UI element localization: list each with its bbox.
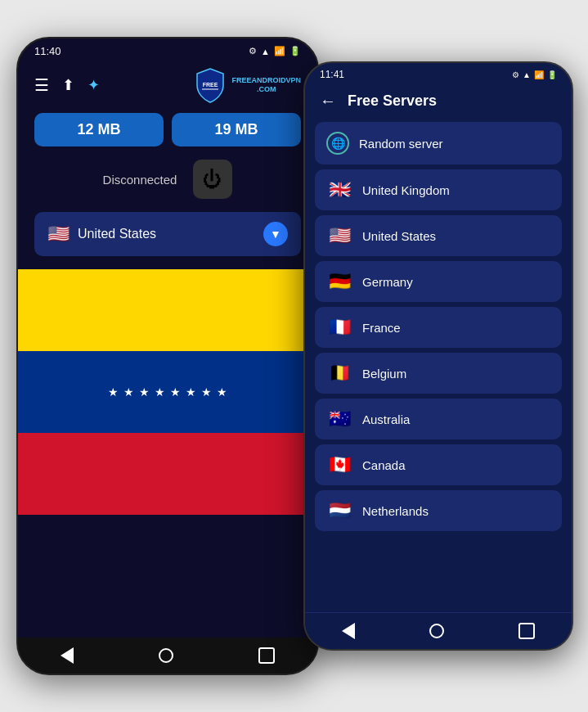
venezuela-flag: ★ ★ ★ ★ ★ ★ ★ ★	[18, 269, 317, 515]
server-list-title: Free Servers	[348, 92, 437, 110]
share-icon[interactable]: ⬆	[62, 76, 74, 94]
server-flag: 🇬🇧	[326, 179, 352, 201]
back-button-right[interactable]	[342, 623, 355, 639]
flag-stripe-red	[18, 433, 317, 515]
server-name: France	[362, 321, 401, 335]
svg-text:FREE: FREE	[203, 82, 218, 88]
battery-icon-right: 🔋	[547, 70, 557, 79]
list-item[interactable]: 🇧🇪 Belgium	[315, 353, 562, 394]
header-icons: ☰ ⬆ ✦	[34, 75, 100, 95]
server-header: ← Free Servers	[305, 83, 572, 122]
server-flag: 🇩🇪	[326, 271, 352, 292]
signal-icon: 📶	[274, 46, 285, 56]
flag-stars: ★ ★ ★ ★ ★ ★ ★ ★	[108, 385, 227, 399]
recent-button-left[interactable]	[258, 647, 275, 664]
rate-icon[interactable]: ✦	[88, 76, 100, 94]
server-flag: 🇨🇦	[326, 454, 352, 475]
list-item[interactable]: 🇬🇧 United Kingdom	[315, 169, 562, 210]
notch-left	[119, 38, 217, 56]
time-left: 11:40	[34, 45, 61, 57]
server-name: United States	[362, 229, 436, 243]
country-flag: 🇺🇸	[47, 223, 70, 245]
settings-icon-right: ⚙	[512, 70, 519, 79]
data-stats: 12 MB 19 MB	[18, 113, 317, 146]
settings-icon: ⚙	[249, 46, 257, 56]
country-selector[interactable]: 🇺🇸 United States ▼	[34, 212, 301, 256]
server-name: Random server	[359, 137, 443, 151]
server-list: 🌐 Random server 🇬🇧 United Kingdom 🇺🇸 Uni…	[305, 122, 572, 531]
home-button-right[interactable]	[429, 624, 444, 638]
server-flag: 🇦🇺	[326, 408, 352, 430]
server-name: United Kingdom	[362, 183, 450, 197]
wifi-icon: ▲	[261, 47, 270, 56]
signal-icon-right: 📶	[534, 70, 544, 79]
download-stat: 12 MB	[34, 113, 164, 146]
power-icon: ⏻	[203, 168, 222, 191]
phone-left: 11:40 ⚙ ▲ 📶 🔋 ☰ ⬆ ✦ FREE FREEANDROIDVPN …	[16, 37, 319, 675]
shield-icon: FREE	[194, 67, 227, 103]
list-item[interactable]: 🇨🇦 Canada	[315, 444, 562, 485]
connection-row: Disconnected ⏻	[18, 160, 317, 212]
country-name: United States	[78, 227, 156, 241]
server-name: Belgium	[362, 367, 406, 381]
menu-icon[interactable]: ☰	[34, 75, 49, 95]
server-name: Canada	[362, 458, 406, 472]
status-icons-left: ⚙ ▲ 📶 🔋	[249, 46, 301, 56]
flag-stripe-yellow	[18, 269, 317, 351]
recent-button-right[interactable]	[518, 623, 535, 639]
list-item[interactable]: 🇺🇸 United States	[315, 215, 562, 256]
home-button-left[interactable]	[159, 648, 173, 663]
server-flag: 🇺🇸	[326, 225, 352, 246]
battery-icon: 🔋	[290, 46, 301, 56]
back-button-left[interactable]	[61, 647, 74, 664]
server-name: Australia	[362, 412, 410, 426]
wifi-icon-right: ▲	[523, 70, 531, 79]
server-name: Germany	[362, 275, 413, 289]
server-flag: 🇳🇱	[326, 500, 352, 521]
flag-stripe-blue: ★ ★ ★ ★ ★ ★ ★ ★	[18, 351, 317, 433]
notch-right	[397, 63, 479, 79]
country-left: 🇺🇸 United States	[47, 223, 156, 245]
server-flag: 🇧🇪	[326, 363, 352, 384]
list-item[interactable]: 🇦🇺 Australia	[315, 399, 562, 439]
list-item[interactable]: 🇫🇷 France	[315, 307, 562, 348]
back-button-servers[interactable]: ←	[320, 92, 336, 110]
server-name: Netherlands	[362, 504, 429, 518]
status-icons-right: ⚙ ▲ 📶 🔋	[512, 70, 557, 79]
logo-text: FREEANDROIDVPN .COM	[231, 76, 301, 94]
server-flag: 🇫🇷	[326, 317, 352, 338]
phone-right: 11:41 ⚙ ▲ 📶 🔋 ← Free Servers 🌐 Random se…	[303, 61, 573, 651]
time-right: 11:41	[320, 69, 344, 80]
list-item[interactable]: 🌐 Random server	[315, 122, 562, 164]
connection-status: Disconnected	[103, 173, 177, 187]
power-button[interactable]: ⏻	[193, 160, 232, 199]
list-item[interactable]: 🇩🇪 Germany	[315, 261, 562, 302]
chevron-down-icon: ▼	[263, 222, 288, 246]
app-header: ☰ ⬆ ✦ FREE FREEANDROIDVPN .COM	[18, 61, 317, 113]
upload-stat: 19 MB	[172, 113, 301, 146]
globe-icon: 🌐	[326, 132, 349, 155]
bottom-nav-right	[305, 612, 572, 649]
header-logo: FREE FREEANDROIDVPN .COM	[194, 67, 301, 103]
list-item[interactable]: 🇳🇱 Netherlands	[315, 490, 562, 531]
bottom-nav-left	[18, 638, 317, 674]
